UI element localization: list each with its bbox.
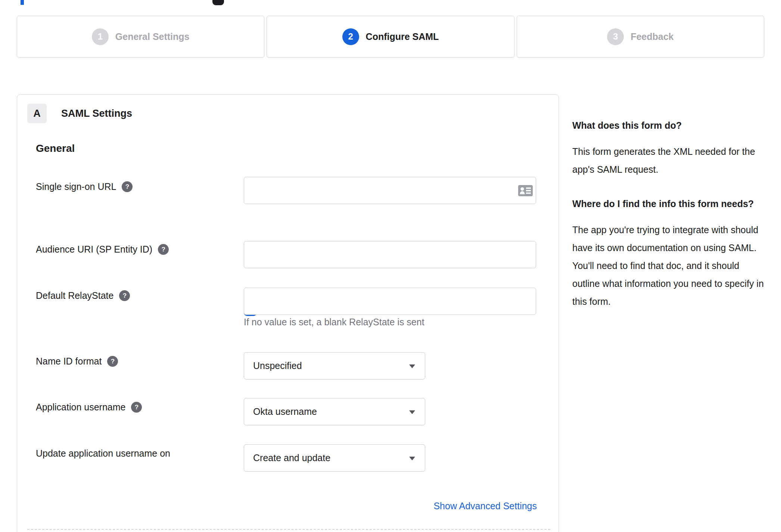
- help-icon[interactable]: ?: [158, 244, 169, 255]
- sso-url-label: Single sign-on URL ?: [36, 181, 133, 192]
- chevron-down-icon: [409, 457, 415, 460]
- help-body-2: The app you're trying to integrate with …: [572, 221, 764, 310]
- help-heading-2: Where do I find the info this form needs…: [572, 196, 764, 211]
- general-section-heading: General: [36, 143, 75, 154]
- name-id-format-value: Unspecified: [253, 360, 302, 371]
- relaystate-input[interactable]: [244, 288, 536, 315]
- chevron-down-icon: [409, 364, 415, 368]
- update-username-value: Create and update: [253, 453, 330, 463]
- step-feedback[interactable]: 3 Feedback: [517, 16, 764, 57]
- header-remnant-accent: [21, 0, 24, 5]
- application-username-select[interactable]: Okta username: [244, 398, 425, 425]
- audience-uri-input[interactable]: [244, 241, 536, 268]
- update-username-label-text: Update application username on: [36, 448, 170, 459]
- help-icon[interactable]: ?: [119, 290, 130, 301]
- update-username-label: Update application username on: [36, 448, 170, 459]
- step-number-badge: 1: [92, 28, 109, 45]
- app-logo-remnant-icon: [212, 0, 224, 5]
- show-advanced-settings-link[interactable]: Show Advanced Settings: [433, 501, 537, 511]
- application-username-label-text: Application username: [36, 402, 125, 413]
- application-username-label: Application username ?: [36, 402, 142, 413]
- section-dashed-divider: [27, 529, 550, 530]
- step-number-badge: 3: [607, 28, 624, 45]
- sso-url-label-text: Single sign-on URL: [36, 181, 116, 192]
- update-username-select[interactable]: Create and update: [244, 444, 425, 472]
- relaystate-hint: If no value is set, a blank RelayState i…: [244, 317, 424, 328]
- relaystate-label-text: Default RelayState: [36, 290, 113, 301]
- step-label: General Settings: [115, 31, 190, 42]
- help-icon[interactable]: ?: [107, 356, 118, 367]
- sso-url-input[interactable]: [244, 177, 536, 204]
- application-username-value: Okta username: [253, 406, 317, 417]
- panel-title: SAML Settings: [61, 104, 132, 123]
- step-number-badge: 2: [342, 28, 359, 45]
- step-label: Feedback: [631, 31, 673, 42]
- chevron-down-icon: [409, 410, 415, 414]
- help-icon[interactable]: ?: [122, 181, 133, 192]
- saml-settings-panel: A SAML Settings General Single sign-on U…: [17, 94, 559, 532]
- section-a-badge: A: [27, 104, 47, 123]
- help-sidebar: What does this form do? This form genera…: [572, 118, 764, 328]
- name-id-format-select[interactable]: Unspecified: [244, 352, 425, 379]
- name-id-format-label: Name ID format ?: [36, 356, 118, 367]
- audience-uri-label-text: Audience URI (SP Entity ID): [36, 244, 152, 255]
- step-label: Configure SAML: [366, 31, 439, 42]
- help-icon[interactable]: ?: [131, 402, 142, 413]
- help-body-1: This form generates the XML needed for t…: [572, 143, 764, 178]
- step-configure-saml[interactable]: 2 Configure SAML: [267, 16, 514, 57]
- help-heading-1: What does this form do?: [572, 118, 764, 133]
- wizard-stepper: 1 General Settings 2 Configure SAML 3 Fe…: [17, 16, 764, 57]
- step-general-settings[interactable]: 1 General Settings: [17, 16, 264, 57]
- relaystate-label: Default RelayState ?: [36, 290, 130, 301]
- audience-uri-label: Audience URI (SP Entity ID) ?: [36, 244, 169, 255]
- name-id-format-label-text: Name ID format: [36, 356, 102, 367]
